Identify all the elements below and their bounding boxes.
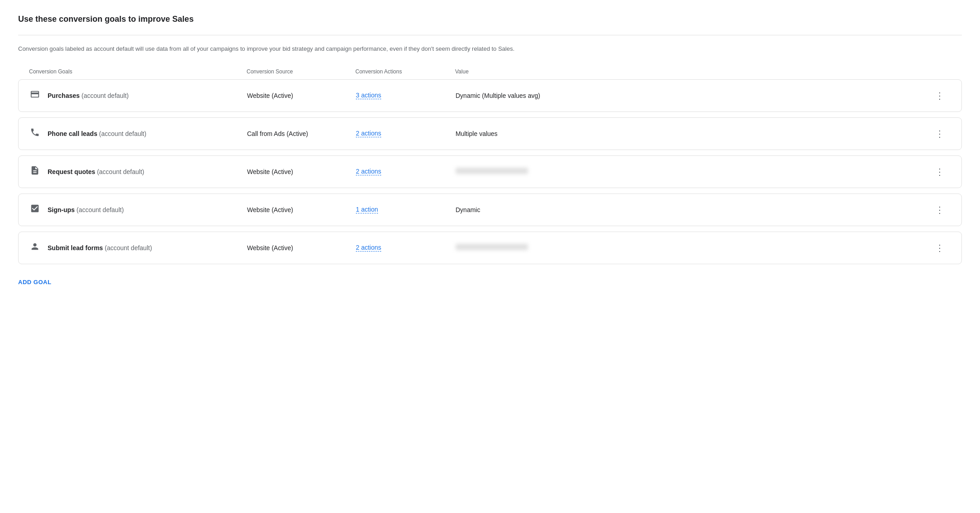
menu-cell: ⋮: [932, 88, 951, 103]
actions-cell[interactable]: 3 actions: [356, 92, 456, 99]
table-row: Phone call leads (account default) Call …: [18, 117, 962, 150]
value-cell: [456, 168, 932, 175]
phone-icon: [29, 127, 40, 140]
goal-name-text: Sign-ups: [48, 206, 75, 213]
actions-link[interactable]: 2 actions: [356, 168, 381, 175]
goal-name: Sign-ups (account default): [48, 206, 124, 213]
actions-link[interactable]: 2 actions: [356, 130, 381, 137]
blurred-value: [456, 168, 528, 174]
table-row: Sign-ups (account default) Website (Acti…: [18, 194, 962, 226]
goal-cell: Request quotes (account default): [29, 165, 247, 178]
source-cell: Website (Active): [247, 168, 356, 175]
actions-link[interactable]: 1 action: [356, 206, 378, 213]
blurred-value: [456, 244, 528, 250]
source-cell: Website (Active): [247, 244, 356, 252]
header-menu: [933, 68, 951, 75]
credit-card-icon: [29, 89, 40, 102]
header-source: Conversion Source: [247, 68, 355, 75]
value-cell: Dynamic (Multiple values avg): [456, 92, 932, 99]
goal-cell: Submit lead forms (account default): [29, 242, 247, 254]
actions-cell[interactable]: 2 actions: [356, 244, 456, 252]
page-description: Conversion goals labeled as account defa…: [18, 44, 653, 54]
goal-name-text: Request quotes: [48, 168, 95, 175]
table-rows-container: Purchases (account default) Website (Act…: [18, 79, 962, 264]
goal-name: Submit lead forms (account default): [48, 244, 152, 252]
goal-name: Request quotes (account default): [48, 168, 144, 175]
value-text: Dynamic: [456, 206, 480, 213]
actions-cell[interactable]: 2 actions: [356, 130, 456, 137]
table-row: Request quotes (account default) Website…: [18, 155, 962, 188]
document-icon: [29, 165, 40, 178]
table-row: Submit lead forms (account default) Webs…: [18, 232, 962, 264]
page-title: Use these conversion goals to improve Sa…: [18, 15, 962, 24]
goal-default-text: (account default): [77, 206, 124, 213]
value-cell: Dynamic: [456, 206, 932, 213]
goal-cell: Phone call leads (account default): [29, 127, 247, 140]
actions-link[interactable]: 3 actions: [356, 92, 381, 99]
row-menu-button[interactable]: ⋮: [932, 126, 947, 141]
header-value: Value: [455, 68, 933, 75]
add-goal-button[interactable]: ADD GOAL: [18, 275, 51, 289]
goal-name-text: Purchases: [48, 92, 80, 99]
value-text: Dynamic (Multiple values avg): [456, 92, 540, 99]
goal-cell: Purchases (account default): [29, 89, 247, 102]
source-cell: Website (Active): [247, 206, 356, 213]
divider: [18, 35, 962, 35]
goal-name: Purchases (account default): [48, 92, 129, 99]
goal-name-text: Submit lead forms: [48, 244, 103, 252]
goal-default-text: (account default): [105, 244, 152, 252]
value-cell: Multiple values: [456, 130, 932, 137]
person-icon: [29, 242, 40, 254]
menu-cell: ⋮: [932, 126, 951, 141]
goal-cell: Sign-ups (account default): [29, 203, 247, 216]
table-row: Purchases (account default) Website (Act…: [18, 79, 962, 112]
source-cell: Call from Ads (Active): [247, 130, 356, 137]
actions-cell[interactable]: 1 action: [356, 206, 456, 213]
header-actions: Conversion Actions: [355, 68, 455, 75]
menu-cell: ⋮: [932, 241, 951, 255]
source-cell: Website (Active): [247, 92, 356, 99]
goal-name-text: Phone call leads: [48, 130, 97, 137]
row-menu-button[interactable]: ⋮: [932, 241, 947, 255]
row-menu-button[interactable]: ⋮: [932, 203, 947, 217]
header-goals: Conversion Goals: [29, 68, 247, 75]
menu-cell: ⋮: [932, 165, 951, 179]
value-cell: [456, 244, 932, 252]
row-menu-button[interactable]: ⋮: [932, 165, 947, 179]
goal-default-text: (account default): [97, 168, 144, 175]
goal-name: Phone call leads (account default): [48, 130, 146, 137]
goal-default-text: (account default): [99, 130, 146, 137]
menu-cell: ⋮: [932, 203, 951, 217]
check-icon: [29, 203, 40, 216]
row-menu-button[interactable]: ⋮: [932, 88, 947, 103]
actions-link[interactable]: 2 actions: [356, 244, 381, 252]
value-text: Multiple values: [456, 130, 498, 137]
goal-default-text: (account default): [82, 92, 129, 99]
table-header: Conversion Goals Conversion Source Conve…: [18, 68, 962, 79]
actions-cell[interactable]: 2 actions: [356, 168, 456, 175]
